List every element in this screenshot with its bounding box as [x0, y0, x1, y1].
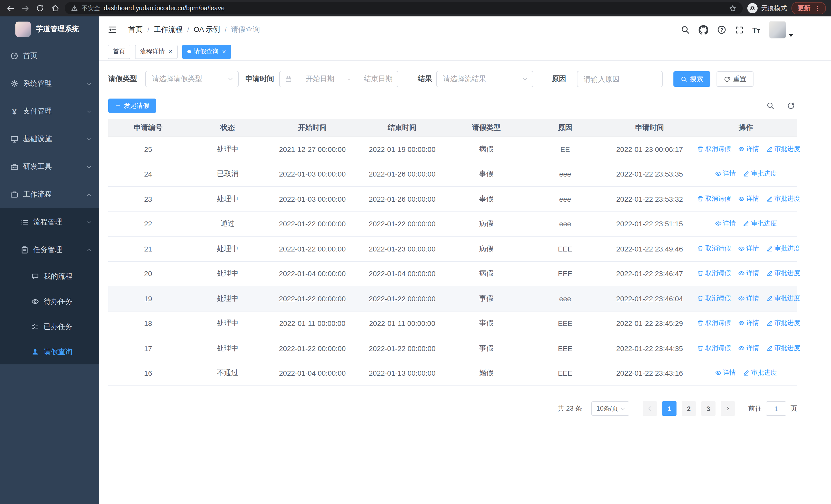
result-select[interactable]: 请选择流结果 [436, 71, 533, 87]
sidebar-collapse-button[interactable] [108, 25, 117, 34]
detail-link[interactable]: 详情 [738, 294, 759, 303]
detail-link[interactable]: 详情 [738, 319, 759, 328]
github-link[interactable] [698, 25, 708, 35]
tab-label: 请假查询 [194, 47, 219, 56]
sidebar-item-my-processes[interactable]: 我的流程 [0, 264, 99, 289]
breadcrumb-oa-example[interactable]: OA 示例 [194, 25, 220, 34]
help-button[interactable]: ? [717, 25, 726, 34]
page-button-3[interactable]: 3 [701, 402, 716, 416]
next-page-button[interactable] [721, 402, 735, 416]
cell-status: 处理中 [188, 311, 267, 336]
goto-page-input[interactable] [766, 402, 786, 416]
cancel-leave-link[interactable]: 取消请假 [697, 319, 731, 328]
cancel-leave-link[interactable]: 取消请假 [697, 145, 731, 153]
toggle-search-button[interactable] [766, 101, 775, 110]
prev-page-button[interactable] [642, 402, 657, 416]
cancel-leave-link[interactable]: 取消请假 [697, 344, 731, 353]
tab-process-detail[interactable]: 流程详情 × [135, 45, 177, 59]
browser-update-button[interactable]: 更新 [792, 2, 826, 14]
page-button-1[interactable]: 1 [662, 402, 677, 416]
reason-input[interactable] [577, 71, 663, 87]
not-secure-warning-icon [71, 5, 78, 12]
tab-leave-query[interactable]: 请假查询 × [182, 45, 231, 59]
back-icon [6, 4, 15, 12]
browser-reload-button[interactable] [35, 3, 45, 13]
svg-text:?: ? [720, 27, 723, 33]
reset-button[interactable]: 重置 [717, 71, 753, 87]
detail-link[interactable]: 详情 [715, 170, 736, 178]
cell-apply-time: 2022-01-22 23:53:35 [605, 162, 694, 186]
url-text[interactable]: dashboard.yudao.iocoder.cn/bpm/oa/leave [104, 5, 725, 12]
page-button-2[interactable]: 2 [682, 402, 696, 416]
approval-progress-link[interactable]: 审批进度 [766, 244, 800, 253]
browser-back-button[interactable] [5, 3, 16, 13]
apply-time-range-picker[interactable]: 开始日期 - 结束日期 [279, 71, 398, 87]
cancel-leave-link[interactable]: 取消请假 [697, 195, 731, 203]
breadcrumb-current: 请假查询 [231, 25, 260, 34]
tab-home[interactable]: 首页 [108, 45, 131, 59]
chevron-down-icon [522, 76, 528, 82]
sidebar-item-workflow[interactable]: 工作流程 [0, 181, 99, 208]
sidebar-item-label: 首页 [23, 51, 37, 61]
user-menu[interactable] [769, 21, 793, 38]
kebab-menu-icon[interactable] [814, 5, 821, 11]
sidebar-item-todo-tasks[interactable]: 待办任务 [0, 289, 99, 314]
sidebar-item-leave-query[interactable]: 请假查询 [0, 339, 99, 364]
search-button[interactable]: 搜索 [674, 71, 710, 87]
edit-pen-icon [766, 196, 773, 202]
sidebar-item-payment[interactable]: ¥ 支付管理 [0, 97, 99, 125]
font-size-button[interactable]: TT [752, 26, 760, 34]
approval-progress-link[interactable]: 审批进度 [766, 145, 800, 153]
sidebar-item-infrastructure[interactable]: 基础设施 [0, 125, 99, 153]
security-label: 不安全 [82, 4, 100, 12]
approval-progress-link[interactable]: 审批进度 [766, 344, 800, 353]
refresh-table-button[interactable] [787, 101, 795, 110]
close-icon[interactable]: × [168, 48, 172, 55]
page-size-select[interactable]: 10条/页 [591, 402, 629, 416]
cell-leave-type: 事假 [447, 186, 525, 211]
approval-progress-link[interactable]: 审批进度 [743, 369, 777, 378]
approval-progress-link[interactable]: 审批进度 [743, 170, 777, 178]
sidebar-item-task-management[interactable]: 任务管理 [0, 236, 99, 264]
detail-link[interactable]: 详情 [738, 269, 759, 278]
cell-actions: 详情 审批进度 [694, 211, 797, 236]
fullscreen-button[interactable] [735, 25, 744, 34]
sidebar-item-done-tasks[interactable]: 已办任务 [0, 314, 99, 339]
sidebar-item-system[interactable]: 系统管理 [0, 70, 99, 97]
detail-link[interactable]: 详情 [715, 219, 736, 228]
browser-home-button[interactable] [50, 3, 60, 13]
breadcrumb-workflow[interactable]: 工作流程 [154, 25, 182, 34]
cell-start-time: 2022-01-22 00:00:00 [267, 236, 357, 261]
detail-link[interactable]: 详情 [738, 344, 759, 353]
detail-link[interactable]: 详情 [738, 244, 759, 253]
cancel-leave-link[interactable]: 取消请假 [697, 244, 731, 253]
detail-link[interactable]: 详情 [715, 369, 736, 378]
sidebar-item-home[interactable]: 首页 [0, 42, 99, 70]
avatar[interactable] [769, 21, 786, 38]
cell-apply-time: 2022-01-22 23:45:29 [605, 311, 694, 336]
sidebar-item-dev-tools[interactable]: 研发工具 [0, 153, 99, 181]
address-bar[interactable]: 不安全 dashboard.yudao.iocoder.cn/bpm/oa/le… [65, 2, 743, 14]
sidebar-item-process-management[interactable]: 流程管理 [0, 208, 99, 236]
close-icon[interactable]: × [222, 48, 226, 55]
approval-progress-link[interactable]: 审批进度 [766, 269, 800, 278]
sidebar-item-label: 已办任务 [44, 322, 73, 331]
breadcrumb-home[interactable]: 首页 [128, 25, 143, 34]
header-search-button[interactable] [680, 25, 690, 34]
create-leave-button[interactable]: 发起请假 [108, 98, 156, 113]
breadcrumb: 首页 / 工作流程 / OA 示例 / 请假查询 [128, 25, 260, 34]
leave-type-select[interactable]: 请选择请假类型 [145, 71, 239, 87]
approval-progress-link[interactable]: 审批进度 [743, 219, 777, 228]
approval-progress-link[interactable]: 审批进度 [766, 319, 800, 328]
bookmark-star-icon[interactable] [729, 4, 737, 12]
cancel-leave-link[interactable]: 取消请假 [697, 269, 731, 278]
browser-forward-button[interactable] [20, 3, 30, 13]
approval-progress-link[interactable]: 审批进度 [766, 294, 800, 303]
detail-link[interactable]: 详情 [738, 195, 759, 203]
sidebar-item-label: 任务管理 [33, 245, 62, 255]
detail-link[interactable]: 详情 [738, 145, 759, 153]
approval-progress-link[interactable]: 审批进度 [766, 195, 800, 203]
chevron-down-icon [86, 219, 92, 225]
cancel-leave-link[interactable]: 取消请假 [697, 294, 731, 303]
chat-icon [31, 272, 39, 280]
